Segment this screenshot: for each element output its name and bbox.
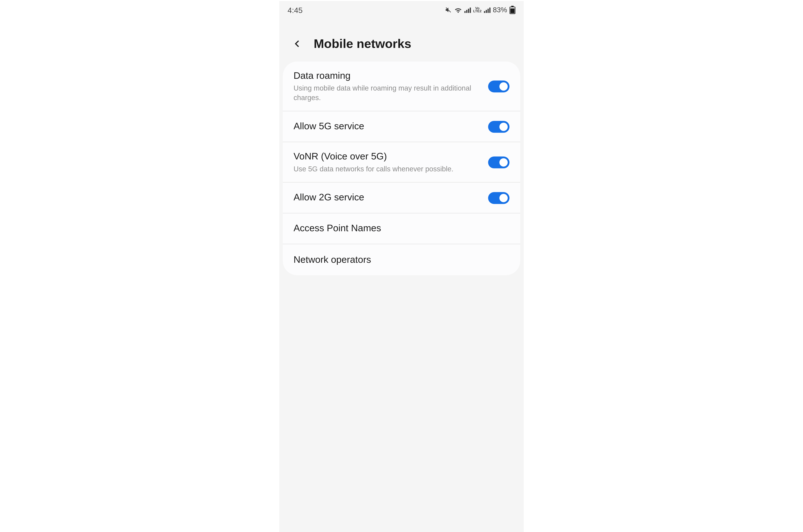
signal-icon-2 <box>484 7 491 13</box>
setting-vonr[interactable]: VoNR (Voice over 5G) Use 5G data network… <box>283 142 520 183</box>
setting-allow-5g[interactable]: Allow 5G service <box>283 112 520 142</box>
setting-title: VoNR (Voice over 5G) <box>293 151 481 163</box>
status-bar: 4:45 Vo LTE2 83% <box>279 1 524 19</box>
setting-title: Network operators <box>293 254 502 266</box>
toggle-vonr[interactable] <box>488 156 510 168</box>
page-title: Mobile networks <box>314 37 412 51</box>
setting-title: Access Point Names <box>293 223 502 235</box>
toggle-allow-5g[interactable] <box>488 121 510 133</box>
battery-icon <box>510 6 515 14</box>
setting-title: Allow 5G service <box>293 120 481 133</box>
setting-data-roaming[interactable]: Data roaming Using mobile data while roa… <box>283 61 520 112</box>
mute-icon <box>445 6 452 14</box>
setting-network-operators[interactable]: Network operators <box>283 244 520 275</box>
status-time: 4:45 <box>288 5 303 14</box>
signal-icon-1 <box>464 7 471 13</box>
setting-title: Allow 2G service <box>293 192 481 204</box>
toggle-data-roaming[interactable] <box>488 80 510 92</box>
setting-apn[interactable]: Access Point Names <box>283 213 520 244</box>
phone-screen: 4:45 Vo LTE2 83% <box>279 1 524 532</box>
status-icons: Vo LTE2 83% <box>445 6 515 14</box>
back-button[interactable] <box>290 37 304 51</box>
battery-percent: 83% <box>493 6 507 14</box>
setting-subtitle: Using mobile data while roaming may resu… <box>293 83 481 103</box>
svg-rect-3 <box>511 8 515 13</box>
volte-icon: Vo LTE2 <box>473 7 482 13</box>
chevron-left-icon <box>291 38 303 50</box>
setting-title: Data roaming <box>293 70 481 82</box>
wifi-icon <box>454 7 462 13</box>
setting-allow-2g[interactable]: Allow 2G service <box>283 183 520 213</box>
page-header: Mobile networks <box>279 19 524 61</box>
setting-subtitle: Use 5G data networks for calls whenever … <box>293 164 481 174</box>
settings-card: Data roaming Using mobile data while roa… <box>283 61 520 275</box>
toggle-allow-2g[interactable] <box>488 192 510 204</box>
